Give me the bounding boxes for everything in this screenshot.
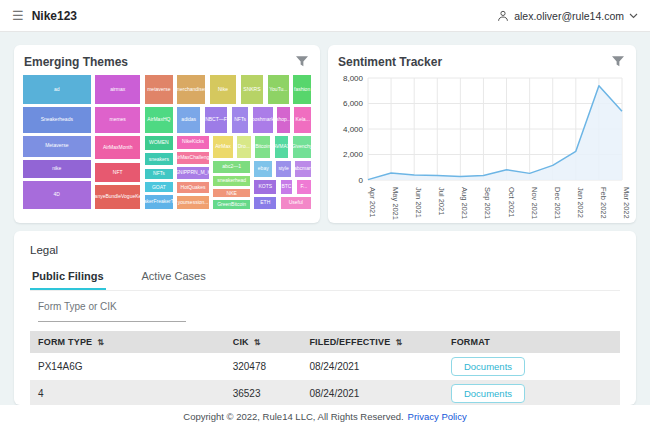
treemap-tile[interactable]: F... — [296, 179, 312, 195]
treemap-tile[interactable]: sneakerhead — [212, 175, 251, 188]
treemap-tile[interactable]: WOMEN — [144, 135, 174, 151]
treemap-tile[interactable]: abcmart — [294, 160, 312, 178]
treemap-tile[interactable]: NFTs — [231, 106, 250, 134]
sentiment-tracker-panel: Sentiment Tracker 02,0004,0006,0008,000A… — [328, 45, 636, 223]
legal-panel: Legal Public Filings Active Cases FORM T… — [14, 231, 636, 405]
themes-filter-button[interactable] — [294, 54, 310, 69]
brand-title: Nike123 — [32, 9, 77, 23]
emerging-themes-panel: Emerging Themes adSneakerheadsMetaversen… — [14, 45, 320, 223]
treemap-tile[interactable]: 4D — [22, 180, 92, 210]
treemap-tile[interactable]: Kela... — [293, 106, 312, 134]
svg-text:Aug 2021: Aug 2021 — [460, 187, 469, 219]
treemap-tile[interactable]: ad — [22, 74, 92, 105]
treemap-tile[interactable]: adidas — [176, 106, 201, 134]
svg-text:May 2021: May 2021 — [391, 187, 400, 220]
svg-text:8,000: 8,000 — [343, 74, 364, 83]
svg-text:Sep 2021: Sep 2021 — [483, 187, 492, 219]
treemap-tile[interactable]: BTC — [280, 179, 294, 195]
page-footer: Copyright © 2022, Rule14 LLC, All Rights… — [0, 405, 650, 428]
treemap-tile[interactable]: fashion — [292, 74, 312, 105]
column-header-cik[interactable]: CIK⇅ — [225, 331, 302, 353]
treemap-tile[interactable]: Metaverse — [22, 135, 92, 158]
svg-text:Nov 2021: Nov 2021 — [530, 187, 539, 219]
treemap-tile[interactable]: Sneakerheads — [22, 106, 92, 134]
treemap-tile[interactable]: style — [275, 160, 291, 178]
themes-treemap: adSneakerheadsMetaversenike4Dairmaxmemes… — [22, 74, 312, 210]
tab-public-filings[interactable]: Public Filings — [30, 265, 106, 290]
treemap-tile[interactable]: AirMax — [212, 135, 233, 159]
treemap-tile[interactable]: metaverse — [144, 74, 174, 105]
filter-funnel-icon — [612, 56, 624, 67]
svg-text:Feb 2022: Feb 2022 — [599, 187, 608, 219]
treemap-tile[interactable]: NKE — [212, 188, 251, 198]
sort-icon[interactable]: ⇅ — [254, 338, 261, 347]
treemap-tile[interactable]: nike — [22, 159, 92, 179]
table-row: PX14A6G 320478 08/24/2021 Documents — [30, 353, 620, 380]
filter-funnel-icon — [296, 56, 308, 67]
table-row: 4 36523 08/24/2021 Documents — [30, 380, 620, 405]
emerging-themes-title: Emerging Themes — [24, 55, 128, 69]
treemap-tile[interactable]: ebay — [253, 160, 273, 178]
documents-button[interactable]: Documents — [451, 384, 525, 403]
form-type-or-cik-input[interactable] — [38, 299, 186, 322]
privacy-policy-link[interactable]: Privacy Policy — [408, 411, 467, 422]
column-header-filed-effective[interactable]: FILED/EFFECTIVE⇅ — [301, 331, 443, 353]
svg-text:Dec 2021: Dec 2021 — [553, 187, 562, 219]
treemap-tile[interactable]: AirMaxChallenge — [176, 151, 210, 165]
treemap-tile[interactable]: AVMAX — [274, 135, 290, 159]
svg-text:Jun 2021: Jun 2021 — [414, 187, 423, 218]
treemap-tile[interactable]: Nike — [209, 74, 237, 105]
cell-filed: 08/24/2021 — [301, 380, 443, 405]
treemap-tile[interactable]: Bitcoin — [254, 135, 271, 159]
svg-text:Apr 2021: Apr 2021 — [368, 187, 377, 217]
treemap-tile[interactable]: NFT — [94, 162, 142, 184]
treemap-tile[interactable]: KanyeBundleVogueKen — [94, 184, 142, 210]
svg-text:Mar 2022: Mar 2022 — [622, 187, 630, 219]
svg-text:2,000: 2,000 — [343, 150, 364, 159]
treemap-tile[interactable]: AirMaxMonth — [94, 135, 142, 161]
treemap-tile[interactable]: GreenBitcoin — [212, 199, 251, 210]
copyright-text: Copyright © 2022, Rule14 LLC, All Rights… — [183, 411, 403, 422]
treemap-tile[interactable]: HotQuakes — [176, 181, 210, 194]
column-header-form-type[interactable]: FORM TYPE⇅ — [30, 331, 225, 353]
svg-text:6,000: 6,000 — [343, 99, 364, 108]
table-header-row: FORM TYPE⇅ CIK⇅ FILED/EFFECTIVE⇅ FORMAT — [30, 331, 620, 353]
sort-icon[interactable]: ⇅ — [97, 338, 104, 347]
treemap-tile[interactable]: airmax — [94, 74, 142, 105]
treemap-tile[interactable]: SNIPPRN_M_K — [176, 166, 210, 180]
treemap-tile[interactable]: merchandises — [176, 74, 206, 105]
filings-filter-field — [38, 296, 620, 322]
treemap-tile[interactable]: GOAT — [144, 181, 174, 193]
treemap-tile[interactable]: memes — [94, 106, 142, 134]
treemap-tile[interactable]: AirMaxHQ — [144, 106, 174, 134]
treemap-tile[interactable]: YouTu... — [267, 74, 290, 105]
treemap-tile[interactable]: shop... — [276, 106, 291, 134]
treemap-tile[interactable]: ETH — [253, 196, 277, 210]
user-icon — [497, 10, 509, 22]
cell-cik: 320478 — [225, 353, 302, 380]
sentiment-tracker-title: Sentiment Tracker — [338, 55, 442, 69]
treemap-tile[interactable]: sneakers — [144, 152, 174, 166]
treemap-tile[interactable]: Givenchy — [292, 135, 312, 159]
treemap-tile[interactable]: NikeKicks — [176, 135, 210, 150]
sentiment-filter-button[interactable] — [610, 54, 626, 69]
legal-tabs: Public Filings Active Cases — [30, 265, 620, 291]
hamburger-menu-icon[interactable]: ☰ — [12, 9, 24, 22]
user-menu[interactable]: alex.oliver@rule14.com — [497, 10, 638, 22]
sort-icon[interactable]: ⇅ — [395, 338, 402, 347]
tab-active-cases[interactable]: Active Cases — [140, 265, 208, 290]
documents-button[interactable]: Documents — [451, 357, 525, 376]
treemap-tile[interactable]: NBCT—F — [204, 106, 229, 134]
treemap-tile[interactable]: SneakerFreakerTeam — [144, 194, 174, 210]
treemap-tile[interactable]: Dro... — [236, 135, 252, 159]
treemap-tile[interactable]: SNKRS — [240, 74, 265, 105]
treemap-tile[interactable]: KOTS — [253, 179, 277, 195]
treemap-tile[interactable]: poshmark — [252, 106, 274, 134]
main-content: Emerging Themes adSneakerheadsMetaversen… — [0, 32, 650, 405]
treemap-tile[interactable]: abc2—1 — [212, 160, 251, 174]
treemap-tile[interactable]: NFTs — [144, 168, 174, 181]
treemap-tile[interactable]: Useful — [280, 196, 312, 210]
cell-form-type: 4 — [30, 380, 225, 405]
treemap-tile[interactable]: yoursession... — [176, 195, 210, 210]
column-header-format: FORMAT — [443, 331, 620, 353]
